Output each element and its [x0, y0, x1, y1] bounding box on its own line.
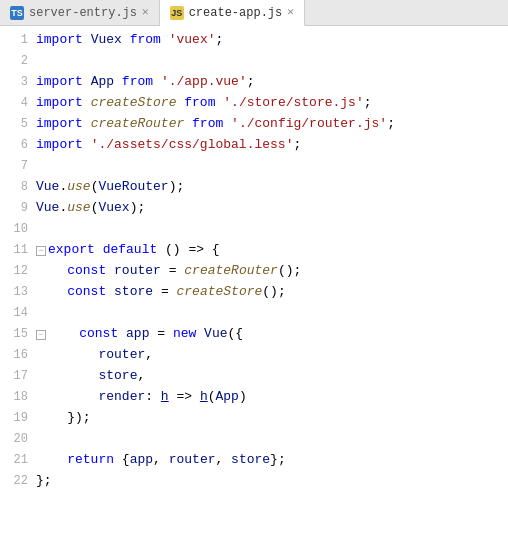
tab-server-entry[interactable]: TS server-entry.js ✕ [0, 0, 160, 25]
line-2: 2 [8, 51, 508, 72]
fold-const-app[interactable]: − [36, 330, 46, 340]
js-icon: JS [170, 6, 184, 20]
line-10: 10 [8, 219, 508, 240]
code-lines: 1 import Vuex from 'vuex'; 2 3 import Ap… [0, 26, 508, 546]
tab-bar: TS server-entry.js ✕ JS create-app.js ✕ [0, 0, 508, 26]
line-7: 7 [8, 156, 508, 177]
line-20: 20 [8, 429, 508, 450]
tab-close-server-entry[interactable]: ✕ [142, 7, 149, 18]
line-15: 15 − const app = new Vue({ [8, 324, 508, 345]
line-4: 4 import createStore from './store/store… [8, 93, 508, 114]
line-5: 5 import createRouter from './config/rou… [8, 114, 508, 135]
tab-label-create-app: create-app.js [189, 6, 283, 20]
line-8: 8 Vue.use(VueRouter); [8, 177, 508, 198]
line-11: 11 − export default () => { [8, 240, 508, 261]
line-13: 13 const store = createStore(); [8, 282, 508, 303]
line-1: 1 import Vuex from 'vuex'; [8, 30, 508, 51]
line-21: 21 return {app, router, store}; [8, 450, 508, 471]
ts-icon: TS [10, 6, 24, 20]
tab-label-server-entry: server-entry.js [29, 6, 137, 20]
line-22: 22 }; [8, 471, 508, 492]
line-9: 9 Vue.use(Vuex); [8, 198, 508, 219]
line-3: 3 import App from './app.vue'; [8, 72, 508, 93]
code-area: 1 import Vuex from 'vuex'; 2 3 import Ap… [0, 26, 508, 546]
line-17: 17 store, [8, 366, 508, 387]
fold-export-default[interactable]: − [36, 246, 46, 256]
line-14: 14 [8, 303, 508, 324]
editor-container: TS server-entry.js ✕ JS create-app.js ✕ … [0, 0, 508, 546]
line-18: 18 render: h => h(App) [8, 387, 508, 408]
line-12: 12 const router = createRouter(); [8, 261, 508, 282]
tab-create-app[interactable]: JS create-app.js ✕ [160, 0, 305, 26]
line-19: 19 }); [8, 408, 508, 429]
tab-close-create-app[interactable]: ✕ [287, 7, 294, 18]
line-16: 16 router, [8, 345, 508, 366]
line-6: 6 import './assets/css/global.less'; [8, 135, 508, 156]
